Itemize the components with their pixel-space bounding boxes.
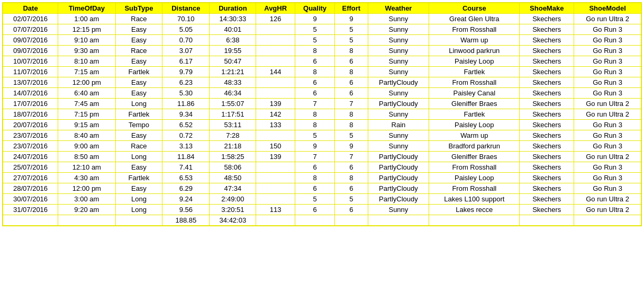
cell-r10-c10: Skechers bbox=[520, 120, 574, 130]
cell-r9-c4: 1:17:51 bbox=[210, 109, 256, 120]
total-empty-11 bbox=[574, 215, 641, 226]
cell-r8-c9: Gleniffer Braes bbox=[429, 99, 520, 109]
cell-r0-c0: 02/07/2016 bbox=[3, 14, 58, 24]
table-row: 30/07/20163:00 amLong9.242:49:0055Partly… bbox=[3, 194, 641, 205]
cell-r0-c4: 14:30:33 bbox=[210, 14, 256, 24]
cell-r16-c5 bbox=[256, 183, 295, 194]
cell-r18-c2: Long bbox=[115, 205, 162, 215]
column-header-course: Course bbox=[429, 3, 520, 14]
cell-r17-c8: PartlyCloudy bbox=[368, 194, 429, 205]
cell-r14-c8: PartlyCloudy bbox=[368, 162, 429, 173]
cell-r6-c9: From Rosshall bbox=[429, 77, 520, 88]
cell-r5-c8: Sunny bbox=[368, 67, 429, 77]
cell-r7-c3: 5.30 bbox=[162, 88, 210, 99]
cell-r7-c8: Sunny bbox=[368, 88, 429, 99]
column-header-duration: Duration bbox=[210, 3, 256, 14]
cell-r17-c10: Skechers bbox=[520, 194, 574, 205]
cell-r3-c8: Sunny bbox=[368, 46, 429, 56]
cell-r2-c9: Warm up bbox=[429, 35, 520, 46]
cell-r5-c5: 144 bbox=[256, 67, 295, 77]
cell-r18-c3: 9.56 bbox=[162, 205, 210, 215]
cell-r5-c0: 11/07/2016 bbox=[3, 67, 58, 77]
running-log-table: DateTimeOfDaySubTypeDistanceDurationAvgH… bbox=[2, 2, 642, 226]
cell-r6-c0: 13/07/2016 bbox=[3, 77, 58, 88]
cell-r18-c9: Lakes recce bbox=[429, 205, 520, 215]
cell-r18-c4: 3:20:51 bbox=[210, 205, 256, 215]
cell-r6-c8: PartlyCloudy bbox=[368, 77, 429, 88]
cell-r9-c1: 7:15 pm bbox=[58, 109, 115, 120]
cell-r11-c5 bbox=[256, 130, 295, 141]
cell-r12-c2: Race bbox=[115, 141, 162, 152]
cell-r1-c2: Easy bbox=[115, 24, 162, 35]
cell-r8-c10: Skechers bbox=[520, 99, 574, 109]
cell-r8-c5: 139 bbox=[256, 99, 295, 109]
cell-r17-c5 bbox=[256, 194, 295, 205]
cell-r1-c8: Sunny bbox=[368, 24, 429, 35]
cell-r18-c0: 31/07/2016 bbox=[3, 205, 58, 215]
total-empty-5 bbox=[256, 215, 295, 226]
column-header-quality: Quality bbox=[295, 3, 334, 14]
cell-r12-c9: Bradford parkrun bbox=[429, 141, 520, 152]
cell-r16-c3: 6.29 bbox=[162, 183, 210, 194]
cell-r10-c5: 133 bbox=[256, 120, 295, 130]
cell-r13-c10: Skechers bbox=[520, 152, 574, 162]
cell-r17-c6: 5 bbox=[295, 194, 334, 205]
column-header-distance: Distance bbox=[162, 3, 210, 14]
cell-r12-c3: 3.13 bbox=[162, 141, 210, 152]
cell-r2-c7: 5 bbox=[335, 35, 368, 46]
cell-r7-c0: 14/07/2016 bbox=[3, 88, 58, 99]
table-row: 10/07/20168:10 amEasy6.1750:4766SunnyPai… bbox=[3, 56, 641, 67]
cell-r14-c1: 12:10 am bbox=[58, 162, 115, 173]
cell-r4-c11: Go Run 3 bbox=[574, 56, 641, 67]
header-row: DateTimeOfDaySubTypeDistanceDurationAvgH… bbox=[3, 3, 641, 14]
cell-r0-c8: Sunny bbox=[368, 14, 429, 24]
cell-r10-c11: Go Run 3 bbox=[574, 120, 641, 130]
cell-r6-c11: Go Run 3 bbox=[574, 77, 641, 88]
cell-r4-c3: 6.17 bbox=[162, 56, 210, 67]
cell-r12-c4: 21:18 bbox=[210, 141, 256, 152]
cell-r8-c1: 7:45 am bbox=[58, 99, 115, 109]
cell-r18-c1: 9:20 am bbox=[58, 205, 115, 215]
cell-r16-c4: 47:34 bbox=[210, 183, 256, 194]
total-empty-7 bbox=[335, 215, 368, 226]
cell-r11-c9: Warm up bbox=[429, 130, 520, 141]
cell-r18-c11: Go run Ultra 2 bbox=[574, 205, 641, 215]
cell-r5-c4: 1:21:21 bbox=[210, 67, 256, 77]
cell-r13-c3: 11.84 bbox=[162, 152, 210, 162]
cell-r10-c9: Paisley Loop bbox=[429, 120, 520, 130]
column-header-weather: Weather bbox=[368, 3, 429, 14]
cell-r9-c8: Sunny bbox=[368, 109, 429, 120]
cell-r4-c9: Paisley Loop bbox=[429, 56, 520, 67]
cell-r3-c6: 8 bbox=[295, 46, 334, 56]
cell-r3-c3: 3.07 bbox=[162, 46, 210, 56]
cell-r16-c9: From Rosshall bbox=[429, 183, 520, 194]
cell-r15-c2: Fartlek bbox=[115, 173, 162, 183]
cell-r16-c2: Easy bbox=[115, 183, 162, 194]
cell-r15-c0: 27/07/2016 bbox=[3, 173, 58, 183]
cell-r2-c5 bbox=[256, 35, 295, 46]
cell-r7-c10: Skechers bbox=[520, 88, 574, 99]
cell-r4-c1: 8:10 am bbox=[58, 56, 115, 67]
cell-r3-c5 bbox=[256, 46, 295, 56]
cell-r1-c6: 5 bbox=[295, 24, 334, 35]
cell-r11-c8: Sunny bbox=[368, 130, 429, 141]
cell-r1-c7: 5 bbox=[335, 24, 368, 35]
cell-r7-c5 bbox=[256, 88, 295, 99]
cell-r13-c2: Long bbox=[115, 152, 162, 162]
cell-r14-c11: Go Run 3 bbox=[574, 162, 641, 173]
cell-r17-c11: Go run Ultra 2 bbox=[574, 194, 641, 205]
cell-r5-c3: 9.79 bbox=[162, 67, 210, 77]
cell-r1-c10: Skechers bbox=[520, 24, 574, 35]
cell-r10-c2: Tempo bbox=[115, 120, 162, 130]
cell-r18-c10: Skechers bbox=[520, 205, 574, 215]
cell-r10-c6: 8 bbox=[295, 120, 334, 130]
cell-r5-c11: Go Run 3 bbox=[574, 67, 641, 77]
table-row: 07/07/201612:15 pmEasy5.0540:0155SunnyFr… bbox=[3, 24, 641, 35]
cell-r17-c0: 30/07/2016 bbox=[3, 194, 58, 205]
cell-r3-c7: 8 bbox=[335, 46, 368, 56]
cell-r17-c9: Lakes L100 support bbox=[429, 194, 520, 205]
cell-r13-c7: 7 bbox=[335, 152, 368, 162]
cell-r1-c5 bbox=[256, 24, 295, 35]
table-row: 28/07/201612:00 pmEasy6.2947:3466PartlyC… bbox=[3, 183, 641, 194]
cell-r0-c7: 9 bbox=[335, 14, 368, 24]
